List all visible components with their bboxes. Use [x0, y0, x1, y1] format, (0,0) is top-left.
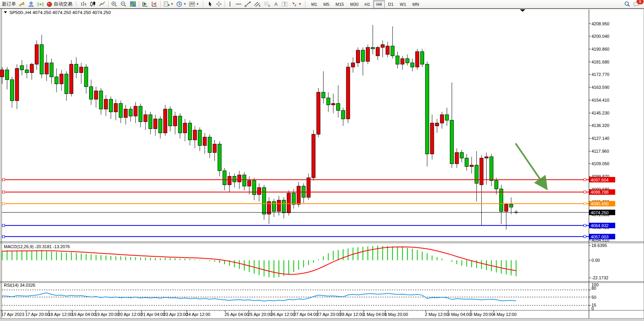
candle — [405, 58, 409, 63]
candle — [233, 176, 236, 182]
candle — [341, 111, 345, 119]
candle — [228, 176, 231, 185]
time-axis-label: 17 Apr 20:00 — [25, 312, 49, 317]
candle — [430, 123, 434, 154]
candle — [5, 70, 9, 79]
price-axis-label: 4181.680 — [591, 60, 609, 64]
candle — [317, 92, 320, 134]
candle — [332, 104, 335, 105]
candle — [253, 180, 256, 194]
candle — [154, 119, 157, 129]
candle — [351, 63, 355, 67]
macd-scale-label: 0.00 — [591, 258, 600, 263]
price-axis-label: 4127.140 — [591, 136, 609, 141]
candle — [158, 119, 162, 133]
candle — [509, 205, 513, 207]
candle — [213, 144, 216, 153]
candle — [20, 65, 24, 70]
candle — [149, 115, 152, 129]
price-axis-label: 4154.410 — [591, 98, 609, 102]
candle — [35, 45, 39, 64]
candle — [178, 116, 182, 133]
candle — [188, 123, 192, 140]
candle — [183, 123, 187, 133]
candle — [218, 144, 221, 171]
candle — [361, 50, 365, 62]
candle — [198, 130, 202, 146]
candle — [262, 187, 266, 214]
candle — [312, 134, 315, 178]
time-axis-label: 24 Apr 12:00 — [186, 312, 210, 317]
time-axis-label: 25 Apr 20:00 — [248, 312, 272, 317]
candle — [440, 115, 444, 123]
candle — [435, 123, 439, 126]
candle — [396, 56, 399, 64]
candle — [465, 158, 469, 167]
candle — [193, 130, 197, 140]
price-axis-label: 4208.950 — [591, 21, 609, 26]
rsi-label: RSI(14) 34.0326 — [4, 283, 35, 287]
candle — [84, 67, 88, 86]
candle — [163, 109, 167, 133]
candle — [223, 171, 226, 185]
candle — [99, 91, 103, 109]
rsi-scale-label: 80 — [591, 286, 596, 291]
candle — [247, 180, 251, 186]
candle — [307, 178, 310, 197]
candle — [55, 77, 58, 84]
price-axis-label: 4136.320 — [591, 123, 609, 128]
candle — [89, 86, 93, 99]
time-axis-label: 28 Apr 12:00 — [340, 312, 364, 317]
candle — [30, 64, 33, 73]
candle — [297, 186, 300, 205]
time-axis-label: 19 Apr 04:00 — [72, 312, 96, 317]
candle — [203, 137, 207, 146]
candle — [475, 165, 478, 183]
candle — [0, 70, 4, 77]
candle — [75, 64, 78, 73]
time-axis-label: 17 Apr 2023 — [1, 312, 24, 317]
candle — [60, 74, 63, 84]
candle — [490, 157, 493, 180]
candle — [144, 115, 147, 122]
candle — [79, 67, 83, 72]
candle — [25, 70, 29, 72]
candle — [50, 63, 53, 77]
candle — [174, 116, 177, 126]
time-axis-label: 25 Apr 04:00 — [225, 312, 249, 317]
time-axis-label: 3 May 20:00 — [470, 312, 494, 317]
candle — [480, 158, 483, 185]
candle — [114, 104, 118, 112]
candle — [337, 104, 340, 111]
candle — [119, 104, 123, 118]
candle — [287, 193, 291, 213]
candle — [485, 157, 488, 158]
time-axis-label: 20 Apr 12:00 — [118, 312, 142, 317]
candle — [45, 63, 48, 74]
candle — [495, 180, 498, 189]
time-axis-label: 21 Apr 04:00 — [141, 312, 165, 317]
candle — [109, 99, 112, 112]
candle — [168, 109, 172, 126]
candle — [421, 52, 424, 64]
price-axis-label: 4145.230 — [591, 111, 609, 115]
candle — [242, 175, 246, 186]
candle — [504, 205, 508, 212]
candle — [129, 109, 132, 116]
price-axis-label: 4200.040 — [591, 34, 609, 39]
chart-window[interactable]: 4208.9504200.0404190.8604181.6804172.770… — [0, 0, 644, 321]
candle — [455, 152, 458, 164]
candle — [70, 64, 73, 94]
candle — [65, 74, 68, 93]
price-line-badge-label: 4080.490 — [591, 201, 609, 206]
candle — [371, 48, 375, 49]
candle — [134, 106, 137, 116]
time-axis-label: 1 May 04:00 — [363, 312, 387, 317]
price-axis-label: 4109.050 — [591, 161, 609, 166]
candle — [460, 152, 463, 158]
candle — [450, 120, 454, 164]
candle — [208, 137, 211, 153]
candle — [272, 201, 276, 211]
price-line-badge-label: 4074.250 — [591, 210, 609, 215]
time-axis-label: 26 Apr 12:00 — [271, 312, 295, 317]
